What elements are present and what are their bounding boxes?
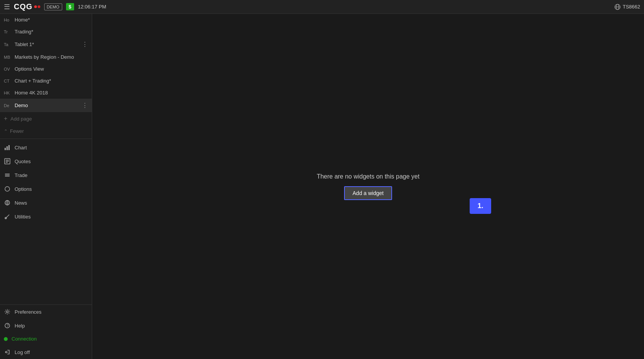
sidebar-bottom: Preferences ? Help Connection: [0, 304, 92, 359]
logoff-icon: [4, 349, 11, 356]
page-label-options-view: Options View: [15, 66, 88, 72]
globe-icon: [614, 4, 621, 10]
main-layout: Ho Home* Tr Trading* Ta Tablet 1* ⋮ MB M…: [0, 14, 644, 359]
menu-icon[interactable]: ☰: [4, 3, 10, 11]
fewer-item[interactable]: ⌃ Fewer: [0, 125, 92, 137]
help-nav-label: Help: [15, 323, 25, 329]
preferences-icon: [4, 308, 11, 315]
help-icon: ?: [4, 322, 11, 329]
page-more-tablet-icon[interactable]: ⋮: [82, 41, 88, 48]
add-page-item[interactable]: + Add page: [0, 112, 92, 125]
sidebar-item-home4k[interactable]: HK Home 4K 2018: [0, 87, 92, 99]
sidebar-divider-1: [0, 139, 92, 139]
svg-rect-3: [5, 148, 6, 150]
quotes-icon: [4, 158, 11, 165]
page-abbr-options-view: OV: [4, 67, 12, 71]
sidebar: Ho Home* Tr Trading* Ta Tablet 1* ⋮ MB M…: [0, 14, 92, 359]
chart-nav-label: Chart: [15, 145, 27, 151]
fewer-chevron-icon: ⌃: [4, 129, 8, 134]
fewer-label: Fewer: [10, 128, 24, 134]
svg-point-13: [5, 187, 10, 191]
add-widget-button[interactable]: Add a widget: [344, 186, 392, 200]
username: TS8662: [622, 4, 640, 10]
page-label-markets: Markets by Region - Demo: [15, 54, 88, 60]
news-icon: [4, 199, 11, 206]
page-abbr-trading: Tr: [4, 30, 12, 34]
page-abbr-chart-trading: CT: [4, 79, 12, 83]
page-more-demo-icon[interactable]: ⋮: [82, 102, 88, 109]
options-nav-label: Options: [15, 186, 32, 192]
demo-badge[interactable]: DEMO: [44, 3, 62, 10]
logoff-nav-label: Log off: [15, 349, 30, 355]
page-label-trading: Trading*: [15, 29, 88, 35]
empty-state: There are no widgets on this page yet Ad…: [317, 173, 420, 200]
sidebar-nav-preferences[interactable]: Preferences: [0, 305, 92, 319]
page-abbr-home4k: HK: [4, 91, 12, 95]
page-label-demo: Demo: [15, 103, 79, 108]
sidebar-item-demo[interactable]: De Demo ⋮: [0, 99, 92, 112]
quotes-nav-label: Quotes: [15, 159, 31, 164]
topbar: ☰ CQG DEMO $ 12:06:17 PM TS8662: [0, 0, 644, 14]
sidebar-nav-news[interactable]: News: [0, 196, 92, 210]
trade-nav-label: Trade: [15, 172, 27, 178]
page-abbr-demo: De: [4, 103, 12, 108]
options-icon: [4, 185, 11, 192]
callout-badge: 1.: [470, 198, 491, 214]
sidebar-item-options-view[interactable]: OV Options View: [0, 63, 92, 75]
sidebar-nav-connection[interactable]: Connection: [0, 333, 92, 345]
topbar-user: TS8662: [614, 4, 640, 10]
news-nav-label: News: [15, 200, 27, 206]
connection-status-dot: [4, 337, 8, 341]
topbar-time: 12:06:17 PM: [78, 4, 611, 10]
sidebar-nav-logoff[interactable]: Log off: [0, 345, 92, 359]
svg-rect-4: [7, 146, 8, 150]
svg-rect-5: [8, 145, 10, 150]
sidebar-nav-chart[interactable]: Chart: [0, 141, 92, 154]
utilities-nav-label: Utilities: [15, 214, 31, 220]
sidebar-nav-options[interactable]: Options: [0, 182, 92, 196]
sidebar-nav-utilities[interactable]: Utilities: [0, 210, 92, 223]
svg-point-18: [7, 311, 8, 313]
sidebar-pages: Ho Home* Tr Trading* Ta Tablet 1* ⋮ MB M…: [0, 14, 92, 137]
add-page-plus-icon: +: [4, 115, 7, 122]
page-label-chart-trading: Chart + Trading*: [15, 78, 88, 84]
logo-text: CQG: [14, 2, 33, 11]
chart-icon: [4, 144, 11, 151]
logo: CQG: [14, 2, 40, 11]
add-page-label: Add page: [10, 116, 32, 122]
page-abbr-tablet: Ta: [4, 42, 12, 47]
sidebar-item-home[interactable]: Ho Home*: [0, 14, 92, 26]
sidebar-item-trading[interactable]: Tr Trading*: [0, 26, 92, 38]
sidebar-item-tablet[interactable]: Ta Tablet 1* ⋮: [0, 38, 92, 51]
sidebar-nav-quotes[interactable]: Quotes: [0, 154, 92, 168]
logo-dots: [34, 5, 40, 8]
connection-nav-label: Connection: [12, 336, 37, 342]
page-abbr-markets: MB: [4, 55, 12, 60]
trade-icon: [4, 172, 11, 179]
sidebar-item-chart-trading[interactable]: CT Chart + Trading*: [0, 75, 92, 87]
content-area: There are no widgets on this page yet Ad…: [92, 14, 644, 359]
page-label-tablet: Tablet 1*: [15, 41, 79, 47]
utilities-icon: [4, 213, 11, 220]
sidebar-item-markets[interactable]: MB Markets by Region - Demo: [0, 51, 92, 63]
sidebar-nav-trade[interactable]: Trade: [0, 168, 92, 182]
page-label-home: Home*: [15, 17, 88, 23]
sidebar-nav-help[interactable]: ? Help: [0, 319, 92, 333]
svg-text:?: ?: [7, 324, 9, 328]
preferences-nav-label: Preferences: [15, 309, 41, 315]
logo-dot-1: [34, 5, 37, 8]
page-abbr-home: Ho: [4, 18, 12, 22]
logo-dot-2: [38, 5, 40, 8]
empty-state-message: There are no widgets on this page yet: [317, 173, 420, 180]
dollar-badge[interactable]: $: [66, 3, 74, 10]
page-label-home4k: Home 4K 2018: [15, 90, 88, 96]
